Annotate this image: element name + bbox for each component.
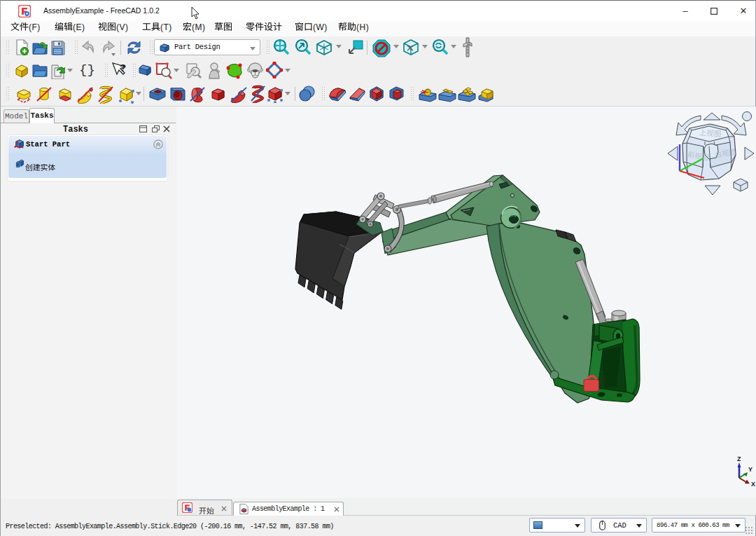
- svg-text:Y: Y: [748, 466, 752, 473]
- svg-text:Z: Z: [737, 455, 741, 462]
- svg-text:?: ?: [120, 62, 126, 74]
- svg-text:X: X: [751, 481, 755, 487]
